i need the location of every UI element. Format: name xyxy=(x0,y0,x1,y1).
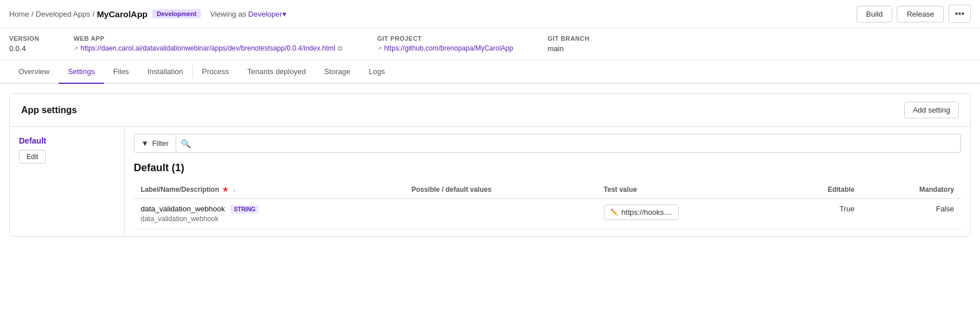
meta-row: Version 0.0.4 Web App ↗ https://daen.car… xyxy=(0,28,980,60)
webapp-meta: Web App ↗ https://daen.carol.ai/datavali… xyxy=(73,35,343,52)
release-button[interactable]: Release xyxy=(897,6,944,22)
col-mandatory: Mandatory xyxy=(861,181,961,199)
search-icon: 🔍 xyxy=(181,139,191,148)
breadcrumb-app-name: MyCarolApp xyxy=(97,9,148,19)
tab-tenants-deployed[interactable]: Tenants deployed xyxy=(238,60,315,84)
table-row: data_validation_webhook STRING data_vali… xyxy=(134,199,961,229)
breadcrumb-developed-apps[interactable]: Developed Apps xyxy=(36,10,90,18)
viewing-as-section: Viewing as Developer▾ xyxy=(210,10,286,18)
add-setting-button[interactable]: Add setting xyxy=(904,102,959,118)
git-branch-meta: Git Branch main xyxy=(548,35,590,53)
cell-editable: True xyxy=(778,199,862,229)
settings-card-header: App settings Add setting xyxy=(10,94,970,127)
development-badge: Development xyxy=(152,9,201,18)
table-header-row: Label/Name/Description ★ ↓ Possible / de… xyxy=(134,181,961,199)
cell-possible-default xyxy=(405,199,597,229)
breadcrumb: Home / Developed Apps / MyCarolApp Devel… xyxy=(9,9,201,19)
filter-label: Filter xyxy=(152,139,169,148)
version-meta: Version 0.0.4 xyxy=(9,35,39,53)
more-button[interactable]: ••• xyxy=(948,5,971,23)
type-badge: STRING xyxy=(230,205,259,214)
test-value-cell: ✏️ https://hooks.... xyxy=(604,204,772,220)
webapp-link-value: ↗ https://daen.carol.ai/datavalidationwe… xyxy=(73,44,343,52)
cell-label-name: data_validation_webhook STRING data_vali… xyxy=(134,199,405,229)
git-ext-icon: ↗ xyxy=(377,45,382,52)
git-project-meta: Git Project ↗ https://github.com/brenopa… xyxy=(377,35,513,52)
field-name: data_validation_webhook xyxy=(141,215,398,223)
tab-process[interactable]: Process xyxy=(193,60,238,84)
webapp-copy-icon[interactable]: ⧉ xyxy=(338,44,343,52)
settings-card-title: App settings xyxy=(21,105,77,115)
filter-bar: ▼ Filter 🔍 xyxy=(134,134,961,153)
col-possible-default: Possible / default values xyxy=(405,181,597,199)
tab-storage[interactable]: Storage xyxy=(315,60,360,84)
settings-table-area: ▼ Filter 🔍 Default (1) Label xyxy=(125,127,970,236)
git-project-label: Git Project xyxy=(377,35,513,42)
sidebar-group-label: Default xyxy=(19,136,115,145)
tab-logs[interactable]: Logs xyxy=(359,60,394,84)
settings-body: Default Edit ▼ Filter 🔍 Default xyxy=(10,127,970,236)
test-value-text: https://hooks.... xyxy=(622,208,672,217)
breadcrumb-sep2: / xyxy=(92,10,95,18)
webapp-label: Web App xyxy=(73,35,343,42)
topbar-actions: Build Release ••• xyxy=(857,5,971,23)
git-project-link-value: ↗ https://github.com/brenopapa/MyCarolAp… xyxy=(377,44,513,52)
tab-settings[interactable]: Settings xyxy=(59,60,104,84)
main-content: App settings Add setting Default Edit ▼ … xyxy=(0,84,980,246)
tabs-bar: Overview Settings Files Installation Pro… xyxy=(0,60,980,84)
required-star: ★ xyxy=(222,186,228,194)
settings-sidebar: Default Edit xyxy=(10,127,125,236)
cell-mandatory: False xyxy=(861,199,961,229)
version-value: 0.0.4 xyxy=(9,44,39,53)
settings-table: Label/Name/Description ★ ↓ Possible / de… xyxy=(134,181,961,229)
col-label-name-desc: Label/Name/Description ★ ↓ xyxy=(134,181,405,199)
col-test-value: Test value xyxy=(597,181,778,199)
group-title: Default (1) xyxy=(134,162,961,174)
breadcrumb-home[interactable]: Home xyxy=(9,10,29,18)
search-wrapper: 🔍 xyxy=(176,134,960,152)
tab-installation[interactable]: Installation xyxy=(138,60,192,84)
build-button[interactable]: Build xyxy=(857,6,893,22)
git-branch-value: main xyxy=(548,44,590,53)
app-settings-card: App settings Add setting Default Edit ▼ … xyxy=(9,93,971,237)
test-value-button[interactable]: ✏️ https://hooks.... xyxy=(604,204,679,220)
webapp-url-link[interactable]: https://daen.carol.ai/datavalidationwebi… xyxy=(80,44,335,52)
filter-button[interactable]: ▼ Filter xyxy=(134,134,176,152)
version-label: Version xyxy=(9,35,39,42)
topbar: Home / Developed Apps / MyCarolApp Devel… xyxy=(0,0,980,28)
git-project-url-link[interactable]: https://github.com/brenopapa/MyCarolApp xyxy=(384,44,513,52)
sort-icon[interactable]: ↓ xyxy=(233,186,236,193)
filter-icon: ▼ xyxy=(141,139,149,148)
webapp-ext-icon: ↗ xyxy=(73,45,78,52)
field-label: data_validation_webhook xyxy=(141,204,225,213)
edit-pencil-icon: ✏️ xyxy=(610,208,618,216)
breadcrumb-sep1: / xyxy=(32,10,34,18)
sidebar-edit-button[interactable]: Edit xyxy=(19,150,46,164)
cell-test-value: ✏️ https://hooks.... xyxy=(597,199,778,229)
search-input[interactable] xyxy=(194,134,956,152)
viewing-as-user[interactable]: Developer▾ xyxy=(248,10,286,18)
tab-overview[interactable]: Overview xyxy=(9,60,59,84)
viewing-as-label: Viewing as xyxy=(210,10,246,18)
tab-files[interactable]: Files xyxy=(104,60,138,84)
git-branch-label: Git Branch xyxy=(548,35,590,42)
col-editable: Editable xyxy=(778,181,862,199)
